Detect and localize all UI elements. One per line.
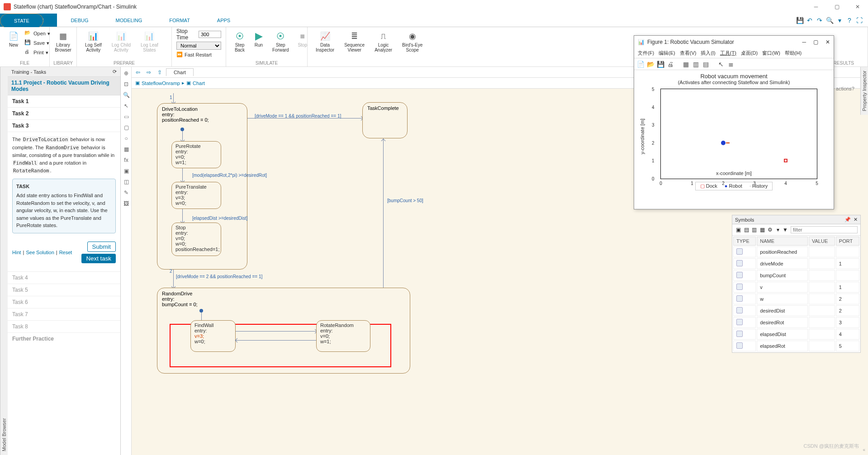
run-button[interactable]: ▶Run: [250, 29, 268, 54]
menu-insert[interactable]: 插入(I): [701, 50, 715, 57]
fig-close[interactable]: ✕: [825, 39, 830, 45]
menu-tools[interactable]: 工具(T): [720, 50, 736, 57]
simulink-fn-icon[interactable]: ▣: [122, 166, 131, 175]
canvas-tab[interactable]: Chart: [166, 68, 194, 76]
graphical-fn-icon[interactable]: ◫: [122, 177, 131, 186]
menu-help[interactable]: 帮助(H): [785, 50, 802, 57]
maximize-button[interactable]: ▢: [826, 0, 847, 14]
next-task-button[interactable]: Next task: [81, 254, 116, 263]
fig-tool2-icon[interactable]: ▥: [691, 60, 700, 69]
fig-minimize[interactable]: ─: [802, 39, 806, 45]
state-rotate-random[interactable]: RotateRandom entry: v=0; w=1;: [316, 320, 370, 352]
task-3[interactable]: Task 3: [8, 120, 120, 132]
further-practice[interactable]: Further Practice: [8, 332, 120, 345]
state-icon[interactable]: ▢: [122, 123, 131, 132]
task-7[interactable]: Task 7: [8, 308, 120, 320]
tab-apps[interactable]: APPS: [204, 14, 244, 27]
nav-back-icon[interactable]: ⇦: [133, 68, 142, 77]
tab-format[interactable]: FORMAT: [156, 14, 204, 27]
help-icon[interactable]: ?: [845, 16, 854, 24]
property-inspector-tab[interactable]: Property Inspector: [860, 67, 868, 115]
undo-icon[interactable]: ↶: [806, 16, 814, 24]
symbol-row[interactable]: elapsedDist4: [733, 329, 859, 340]
function-icon[interactable]: fx: [122, 156, 131, 165]
symbols-filter[interactable]: [791, 226, 858, 233]
state-stop[interactable]: Stop entry: v=0; w=0; positionReached=1;: [171, 223, 221, 256]
state-pure-rotate[interactable]: PureRotate entry: v=0; w=1;: [171, 141, 221, 168]
symbol-row[interactable]: positionReached: [733, 246, 859, 257]
data-inspector-button[interactable]: 📈Data Inspector: [312, 29, 338, 54]
save-icon[interactable]: 💾: [796, 16, 804, 24]
fig-pointer-icon[interactable]: ↖: [716, 60, 726, 69]
symbol-row[interactable]: w2: [733, 294, 859, 304]
minimize-button[interactable]: ─: [806, 0, 826, 14]
sym-btn-3[interactable]: ▥: [751, 226, 758, 234]
image-icon[interactable]: 🖼: [122, 199, 131, 208]
menu-desktop[interactable]: 桌面(D): [741, 50, 758, 57]
stop-time-input[interactable]: [199, 31, 221, 38]
see-solution-link[interactable]: See Solution: [26, 250, 54, 255]
hint-link[interactable]: Hint: [12, 250, 21, 255]
log-leaf-button[interactable]: 📊Log Leaf States: [137, 29, 162, 54]
logic-analyzer-button[interactable]: ⎍Logic Analyzer: [371, 29, 396, 54]
zoom-in-icon[interactable]: ⊕: [122, 69, 131, 78]
step-back-button[interactable]: ⦿Step Back: [231, 29, 249, 54]
save-button[interactable]: 💾Save ▾: [24, 38, 50, 47]
sequence-viewer-button[interactable]: ≣Sequence Viewer: [341, 29, 368, 54]
symbol-row[interactable]: bumpCount: [733, 270, 859, 281]
fit-icon[interactable]: ⊡: [122, 80, 131, 89]
state-task-complete[interactable]: TaskComplete: [362, 102, 408, 138]
submit-button[interactable]: Submit: [87, 242, 116, 252]
library-browser-button[interactable]: ▦ Library Browser: [54, 29, 72, 54]
menu-file[interactable]: 文件(F): [638, 50, 654, 57]
symbol-row[interactable]: driveMode1: [733, 258, 859, 269]
dropdown-icon[interactable]: ▾: [835, 16, 844, 24]
symbols-close-icon[interactable]: ✕: [854, 217, 858, 223]
redo-icon[interactable]: ↷: [816, 16, 824, 24]
bc-root[interactable]: StateflowOnramp: [142, 81, 180, 86]
open-button[interactable]: 📂Open ▾: [24, 29, 50, 38]
sym-btn-2[interactable]: ▤: [743, 226, 750, 234]
fullscreen-icon[interactable]: ⛶: [855, 16, 863, 24]
refresh-icon[interactable]: ⟳: [113, 69, 117, 75]
zoom-tool-icon[interactable]: 🔍: [122, 90, 131, 100]
menu-view[interactable]: 查看(V): [680, 50, 697, 57]
search-icon[interactable]: 🔍: [825, 16, 834, 24]
fast-restart-button[interactable]: ⏩Fast Restart: [176, 51, 221, 58]
bc-chart[interactable]: Chart: [193, 81, 205, 86]
truth-table-icon[interactable]: ▦: [122, 145, 131, 154]
fig-open-icon[interactable]: 📂: [646, 60, 655, 69]
new-button[interactable]: 📄 New: [5, 29, 23, 57]
log-child-button[interactable]: 📊Log Child Activity: [108, 29, 134, 54]
task-1[interactable]: Task 1: [8, 95, 120, 108]
reset-link[interactable]: Reset: [59, 250, 72, 255]
fig-tool3-icon[interactable]: ▤: [701, 60, 710, 69]
symbol-row[interactable]: desiredDist2: [733, 305, 859, 316]
fig-tool1-icon[interactable]: ▦: [681, 60, 690, 69]
fig-new-icon[interactable]: 📄: [636, 60, 645, 69]
mode-select[interactable]: Normal: [176, 42, 221, 50]
menu-window[interactable]: 窗口(W): [762, 50, 780, 57]
state-find-wall[interactable]: FindWall entry: v=3; w=0;: [190, 320, 236, 352]
task-6[interactable]: Task 6: [8, 296, 120, 308]
task-4[interactable]: Task 4: [8, 271, 120, 284]
tab-state[interactable]: STATE: [0, 14, 43, 28]
box-icon[interactable]: ▭: [122, 112, 131, 121]
sym-btn-1[interactable]: ▣: [735, 226, 742, 234]
canvas-menu-icon[interactable]: «: [863, 447, 865, 452]
comment-icon[interactable]: ✎: [122, 188, 131, 197]
tab-modeling[interactable]: MODELING: [102, 14, 156, 27]
sym-btn-4[interactable]: ▦: [759, 226, 766, 234]
print-button[interactable]: 🖨Print ▾: [24, 48, 50, 57]
symbol-row[interactable]: elapsedRot5: [733, 341, 859, 351]
step-forward-button[interactable]: ⦿Step Forward: [269, 29, 293, 54]
symbol-row[interactable]: desiredRot3: [733, 317, 859, 328]
fig-maximize[interactable]: ▢: [813, 39, 818, 45]
junction-icon[interactable]: ○: [122, 134, 131, 143]
tab-debug[interactable]: DEBUG: [57, 14, 102, 27]
task-2[interactable]: Task 2: [8, 108, 120, 120]
select-icon[interactable]: ↖: [122, 101, 131, 110]
menu-edit[interactable]: 编辑(E): [659, 50, 675, 57]
fig-save-icon[interactable]: 💾: [656, 60, 665, 69]
fig-print-icon[interactable]: 🖨: [666, 60, 675, 69]
